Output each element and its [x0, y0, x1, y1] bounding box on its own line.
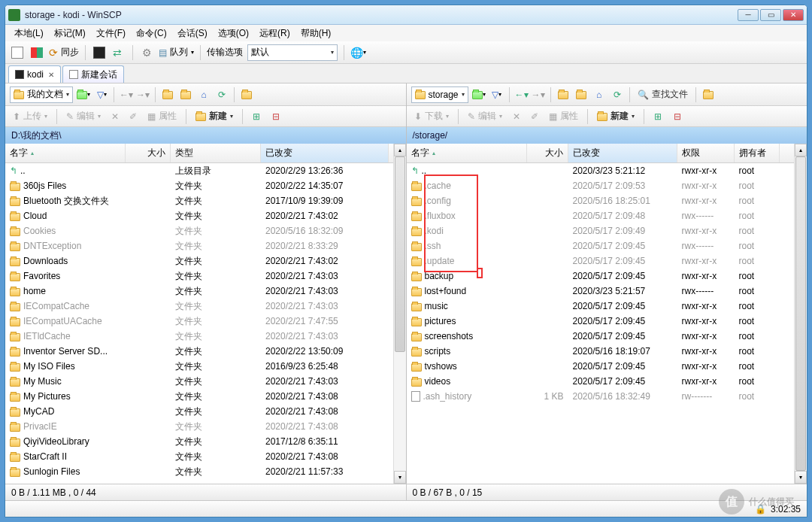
table-row[interactable]: ↰..上级目录2020/2/29 13:26:36 — [5, 163, 393, 178]
table-row[interactable]: MyCAD文件夹2020/2/21 7:43:08 — [5, 404, 393, 419]
minimize-button[interactable]: ─ — [738, 9, 759, 21]
root-folder-icon[interactable] — [574, 87, 589, 102]
tab-new-session[interactable]: 新建会话 — [62, 65, 124, 83]
table-row[interactable]: Inventor Server SD...文件夹2020/2/22 13:50:… — [5, 344, 393, 359]
table-row[interactable]: Sunlogin Files文件夹2020/2/21 11:57:33 — [5, 464, 393, 479]
col-owner[interactable]: 拥有者 — [735, 144, 780, 162]
sync-browse-icon[interactable]: ⇄ — [111, 45, 126, 60]
open-folder-icon[interactable]: ▾ — [471, 87, 486, 102]
table-row[interactable]: PrivacIE文件夹2020/2/21 7:43:08 — [5, 419, 393, 434]
menu-cmd[interactable]: 命令(C) — [132, 26, 171, 41]
find-button[interactable]: 🔍查找文件 — [635, 86, 691, 102]
nav-back-icon[interactable]: ←▾ — [119, 87, 134, 102]
open-folder-icon[interactable]: ▾ — [76, 87, 91, 102]
bookmark-icon[interactable] — [701, 87, 716, 102]
props-button[interactable]: ▦属性 — [144, 108, 180, 124]
root-folder-icon[interactable] — [178, 87, 193, 102]
table-row[interactable]: My Pictures文件夹2020/2/21 7:43:08 — [5, 389, 393, 404]
table-row[interactable]: ↰..2020/3/23 5:21:12rwxr-xr-xroot — [407, 163, 795, 178]
rename-icon[interactable]: ✐ — [126, 110, 140, 123]
collapse-minus-icon[interactable]: ⊟ — [268, 109, 283, 124]
table-row[interactable]: scripts2020/5/16 18:19:07rwxr-xr-xroot — [407, 344, 795, 359]
col-size[interactable]: 大小 — [126, 144, 171, 162]
new-session-icon[interactable] — [10, 45, 25, 60]
edit-button[interactable]: ✎编辑▾ — [465, 108, 505, 124]
table-row[interactable]: Downloads文件夹2020/2/21 7:43:02 — [5, 253, 393, 269]
table-row[interactable]: IECompatCache文件夹2020/2/21 7:43:03 — [5, 299, 393, 314]
remote-scrollbar[interactable]: ▴ ▾ — [794, 144, 807, 484]
table-row[interactable]: QiyiVideoLibrary文件夹2017/12/8 6:35:11 — [5, 434, 393, 449]
table-row[interactable]: .config2020/5/16 18:25:01rwxr-xr-xroot — [407, 193, 795, 208]
tab-kodi[interactable]: kodi✕ — [8, 65, 61, 83]
menu-remote[interactable]: 远程(R) — [255, 26, 295, 41]
scroll-down-icon[interactable]: ▾ — [795, 471, 807, 484]
new-button[interactable]: 新建▾ — [594, 108, 638, 124]
table-row[interactable]: videos2020/5/17 2:09:45rwxr-xr-xroot — [407, 374, 795, 389]
table-row[interactable]: .update2020/5/17 2:09:45rwxr-xr-xroot — [407, 253, 795, 269]
table-row[interactable]: Bluetooth 交换文件夹文件夹2017/10/9 19:39:09 — [5, 193, 393, 208]
local-file-list[interactable]: 名字▴ 大小 类型 已改变 ↰..上级目录2020/2/29 13:26:363… — [5, 144, 393, 484]
remote-drive-dropdown[interactable]: storage▾ — [411, 86, 468, 103]
col-size[interactable]: 大小 — [527, 144, 568, 162]
upload-button[interactable]: ⬆上传▾ — [10, 108, 50, 124]
scroll-up-icon[interactable]: ▴ — [394, 144, 406, 156]
local-path[interactable]: D:\我的文档\ — [5, 127, 406, 144]
terminal-icon[interactable] — [92, 45, 107, 60]
home-icon[interactable]: ⌂ — [592, 87, 607, 102]
table-row[interactable]: .ssh2020/5/17 2:09:45rwx------root — [407, 238, 795, 253]
table-row[interactable]: backup2020/5/17 2:09:45rwxr-xr-xroot — [407, 269, 795, 284]
parent-folder-icon[interactable] — [160, 87, 175, 102]
table-row[interactable]: tvshows2020/5/17 2:09:45rwxr-xr-xroot — [407, 359, 795, 374]
remote-path[interactable]: /storage/ — [407, 127, 807, 144]
table-row[interactable]: 360js Files文件夹2020/2/22 14:35:07 — [5, 178, 393, 193]
filter-icon[interactable]: ▽▾ — [94, 87, 109, 102]
col-type[interactable]: 类型 — [171, 144, 261, 162]
bookmark-icon[interactable] — [239, 87, 254, 102]
menu-opts[interactable]: 选项(O) — [214, 26, 253, 41]
expand-plus-icon[interactable]: ⊞ — [249, 109, 264, 124]
table-row[interactable]: IETldCache文件夹2020/2/21 7:43:03 — [5, 329, 393, 344]
scroll-up-icon[interactable]: ▴ — [795, 144, 807, 156]
edit-button[interactable]: ✎编辑▾ — [63, 108, 104, 124]
menu-local[interactable]: 本地(L) — [10, 26, 48, 41]
settings-icon[interactable]: ⚙ — [139, 45, 154, 60]
nav-back-icon[interactable]: ←▾ — [514, 87, 529, 102]
table-row[interactable]: music2020/5/17 2:09:45rwxr-xr-xroot — [407, 299, 795, 314]
close-button[interactable]: ✕ — [783, 9, 804, 21]
globe-icon[interactable]: 🌐▾ — [350, 45, 365, 60]
table-row[interactable]: StarCraft II文件夹2020/2/21 7:43:08 — [5, 449, 393, 464]
local-scrollbar[interactable]: ▴ ▾ — [393, 144, 406, 484]
delete-icon[interactable]: ✕ — [510, 110, 523, 123]
col-rights[interactable]: 权限 — [677, 144, 735, 162]
new-button[interactable]: 新建▾ — [192, 108, 236, 124]
parent-folder-icon[interactable] — [556, 87, 571, 102]
col-changed[interactable]: 已改变 — [261, 144, 389, 162]
table-row[interactable]: lost+found2020/3/23 5:21:57rwx------root — [407, 284, 795, 299]
refresh-icon[interactable]: ⟳ — [610, 87, 625, 102]
filter-icon[interactable]: ▽▾ — [489, 87, 504, 102]
nav-fwd-icon[interactable]: →▾ — [531, 87, 546, 102]
table-row[interactable]: .cache2020/5/17 2:09:53rwxr-xr-xroot — [407, 178, 795, 193]
home-icon[interactable]: ⌂ — [196, 87, 211, 102]
transfer-dropdown[interactable]: 默认▾ — [247, 44, 338, 61]
nav-fwd-icon[interactable]: →▾ — [135, 87, 150, 102]
table-row[interactable]: Favorites文件夹2020/2/21 7:43:03 — [5, 269, 393, 284]
table-row[interactable]: .fluxbox2020/5/17 2:09:48rwx------root — [407, 208, 795, 223]
menu-session[interactable]: 会话(S) — [173, 26, 212, 41]
menu-help[interactable]: 帮助(H) — [296, 26, 336, 41]
menu-mark[interactable]: 标记(M) — [50, 26, 90, 41]
table-row[interactable]: pictures2020/5/17 2:09:45rwxr-xr-xroot — [407, 314, 795, 329]
table-row[interactable]: .kodi2020/5/17 2:09:49rwxr-xr-xroot — [407, 223, 795, 238]
download-button[interactable]: ⬇下载▾ — [411, 108, 452, 124]
rename-icon[interactable]: ✐ — [528, 110, 541, 123]
table-row[interactable]: Cloud文件夹2020/2/21 7:43:02 — [5, 208, 393, 223]
expand-plus-icon[interactable]: ⊞ — [650, 109, 665, 124]
table-row[interactable]: home文件夹2020/2/21 7:43:03 — [5, 284, 393, 299]
close-tab-icon[interactable]: ✕ — [48, 71, 54, 79]
maximize-button[interactable]: ▭ — [760, 9, 781, 21]
table-row[interactable]: My ISO Files文件夹2016/9/23 6:25:48 — [5, 359, 393, 374]
table-row[interactable]: My Music文件夹2020/2/21 7:43:03 — [5, 374, 393, 389]
table-row[interactable]: DNTException文件夹2020/2/21 8:33:29 — [5, 238, 393, 253]
refresh-icon[interactable]: ⟳ — [214, 87, 229, 102]
props-button[interactable]: ▦属性 — [546, 108, 581, 124]
